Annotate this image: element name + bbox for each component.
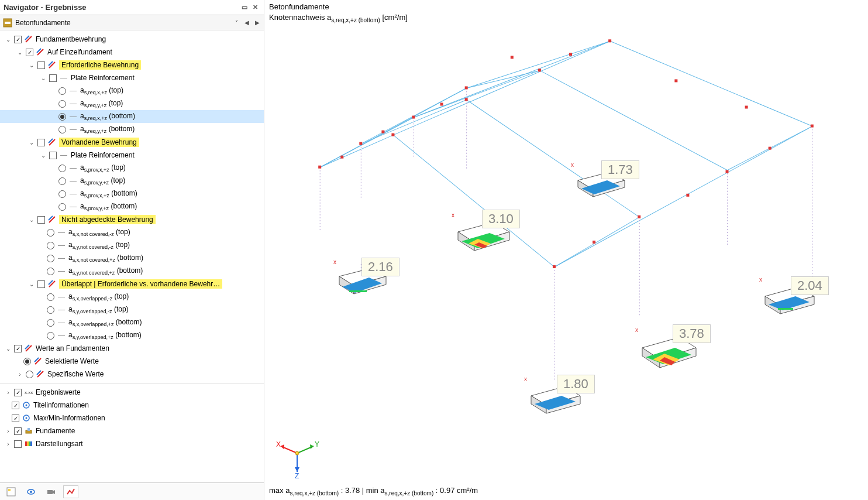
tree-item-radio[interactable]: — as,y,not covered,+z (bottom): [0, 265, 264, 278]
svg-rect-28: [27, 441, 29, 446]
collapse-icon[interactable]: ⌄: [5, 36, 12, 43]
radio[interactable]: [58, 165, 66, 172]
radio[interactable]: [58, 113, 66, 121]
viewport[interactable]: Betonfundamente Knotennachweis as,req,x,…: [264, 0, 868, 500]
tree-label: Spezifische Werte: [47, 370, 104, 378]
tree-item-ergebniswerte[interactable]: › x.xx Ergebniswerte: [0, 386, 264, 399]
checkbox[interactable]: [12, 402, 19, 409]
navigator-tree[interactable]: ⌄ Fundamentbewehrung ⌄ Auf Einzelfundame…: [0, 30, 264, 482]
tree-item-radio[interactable]: — as,req,y,+z (bottom): [0, 123, 264, 136]
tree-item-radio[interactable]: — as,x,not covered,-z (top): [0, 226, 264, 239]
tree-item-titel[interactable]: Titelinformationen: [0, 399, 264, 412]
checkbox[interactable]: [26, 49, 33, 56]
radio[interactable]: [47, 306, 54, 314]
radio[interactable]: [58, 177, 66, 185]
checkbox[interactable]: [12, 415, 19, 422]
expand-icon[interactable]: ›: [5, 441, 12, 447]
tree-item-radio[interactable]: — as,y,overlapped,+z (bottom): [0, 329, 264, 342]
tree-item-plate-reinf[interactable]: ⌄ — Plate Reinforcement: [0, 149, 264, 162]
checkbox[interactable]: [37, 280, 45, 288]
results-category-icon[interactable]: [2, 18, 13, 28]
checkbox[interactable]: [14, 427, 22, 435]
tree-item-radio[interactable]: — as,req,y,+z (top): [0, 97, 264, 110]
tree-item-radio[interactable]: — as,prov,x,+z (top): [0, 162, 264, 174]
tree-item-einzelfundament[interactable]: ⌄ Auf Einzelfundament: [0, 46, 264, 59]
radio[interactable]: [58, 190, 66, 198]
tree-item-radio[interactable]: — as,prov,x,+z (bottom): [0, 187, 264, 200]
checkbox[interactable]: [37, 139, 45, 146]
collapse-icon[interactable]: ⌄: [28, 217, 35, 223]
radio[interactable]: [58, 203, 66, 211]
tree-item-ueberlappt[interactable]: ⌄ Überlappt | Erforderliche vs. vorhande…: [0, 278, 264, 290]
tree-item-nicht[interactable]: ⌄ Nicht abgedeckte Bewehrung: [0, 213, 264, 226]
tree-item-radio[interactable]: — as,y,not covered,-z (top): [0, 239, 264, 252]
nav-back-icon[interactable]: ◀: [243, 19, 251, 26]
tree-item-maxmin[interactable]: Max/Min-Informationen: [0, 412, 264, 424]
checkbox[interactable]: [49, 74, 57, 82]
tree-label: Werte an Fundamenten: [36, 344, 109, 352]
tree-item-radio[interactable]: — as,req,x,+z (top): [0, 84, 264, 97]
collapse-icon[interactable]: ⌄: [5, 345, 12, 352]
tree-item-radio[interactable]: — as,x,overlapped,+z (bottom): [0, 316, 264, 329]
tree-item-erforderlich[interactable]: ⌄ Erforderliche Bewehrung: [0, 59, 264, 71]
tree-item-selektierte[interactable]: Selektierte Werte: [0, 355, 264, 368]
tree-item-radio-selected[interactable]: — as,req,x,+z (bottom): [0, 110, 264, 123]
svg-line-4: [37, 49, 43, 55]
tree-item-plate-reinf[interactable]: ⌄ — Plate Reinforcement: [0, 71, 264, 84]
tree-item-darstellung[interactable]: › Darstellungsart: [0, 437, 264, 450]
tree-item-radio[interactable]: — as,y,overlapped,-z (top): [0, 303, 264, 316]
radio[interactable]: [47, 293, 54, 301]
tab-camera[interactable]: [43, 485, 58, 498]
collapse-icon[interactable]: ⌄: [28, 62, 35, 69]
svg-point-34: [30, 491, 32, 493]
radio[interactable]: [47, 319, 54, 327]
tree-item-fundamente[interactable]: › Fundamente: [0, 424, 264, 437]
radio[interactable]: [47, 268, 54, 275]
expand-icon[interactable]: ›: [5, 428, 12, 434]
tree-item-vorhandene[interactable]: ⌄ Vorhandene Bewehrung: [0, 136, 264, 149]
tree-item-radio[interactable]: — as,prov,y,+z (top): [0, 174, 264, 187]
nav-fwd-icon[interactable]: ▶: [253, 19, 261, 26]
expand-icon[interactable]: ›: [5, 389, 12, 396]
radio[interactable]: [58, 126, 66, 133]
checkbox[interactable]: [49, 152, 57, 159]
collapse-icon[interactable]: ⌄: [28, 139, 35, 146]
radio[interactable]: [58, 100, 66, 108]
dash-icon: —: [68, 112, 78, 121]
tree-item-fundamentbewehrung[interactable]: ⌄ Fundamentbewehrung: [0, 33, 264, 46]
tree-item-radio[interactable]: — as,prov,y,+z (bottom): [0, 200, 264, 213]
checkbox[interactable]: [37, 61, 45, 69]
tree-item-radio[interactable]: — as,x,not covered,+z (bottom): [0, 252, 264, 265]
dock-icon[interactable]: ▭: [239, 4, 250, 11]
radio[interactable]: [47, 229, 54, 237]
collapse-icon[interactable]: ⌄: [40, 75, 47, 81]
radio[interactable]: [47, 242, 54, 249]
collapse-icon[interactable]: ⌄: [16, 49, 23, 56]
svg-rect-80: [440, 103, 443, 106]
svg-rect-69: [726, 170, 729, 173]
tree-label: as,prov,x,+z (bottom): [80, 189, 137, 198]
expand-icon[interactable]: ›: [16, 371, 23, 378]
tab-data[interactable]: [4, 485, 19, 498]
collapse-icon[interactable]: ⌄: [40, 152, 47, 159]
dropdown-icon[interactable]: ˅: [232, 19, 240, 26]
svg-rect-70: [359, 142, 362, 145]
checkbox[interactable]: [14, 345, 22, 352]
radio[interactable]: [47, 255, 54, 262]
tree-label: as,prov,y,+z (top): [80, 176, 125, 186]
tree-item-werte[interactable]: ⌄ Werte an Fundamenten: [0, 342, 264, 355]
tab-view[interactable]: [23, 485, 39, 498]
checkbox[interactable]: [14, 440, 22, 448]
checkbox[interactable]: [14, 389, 22, 396]
close-icon[interactable]: ✕: [250, 4, 260, 11]
checkbox[interactable]: [37, 216, 45, 224]
radio[interactable]: [58, 87, 66, 95]
tab-results[interactable]: [63, 485, 78, 498]
tree-item-spezifische[interactable]: › Spezifische Werte: [0, 368, 264, 381]
tree-item-radio[interactable]: — as,x,overlapped,-z (top): [0, 290, 264, 303]
collapse-icon[interactable]: ⌄: [28, 281, 35, 287]
radio[interactable]: [47, 332, 54, 340]
radio[interactable]: [23, 358, 31, 365]
checkbox[interactable]: [14, 36, 22, 43]
radio[interactable]: [26, 371, 33, 378]
